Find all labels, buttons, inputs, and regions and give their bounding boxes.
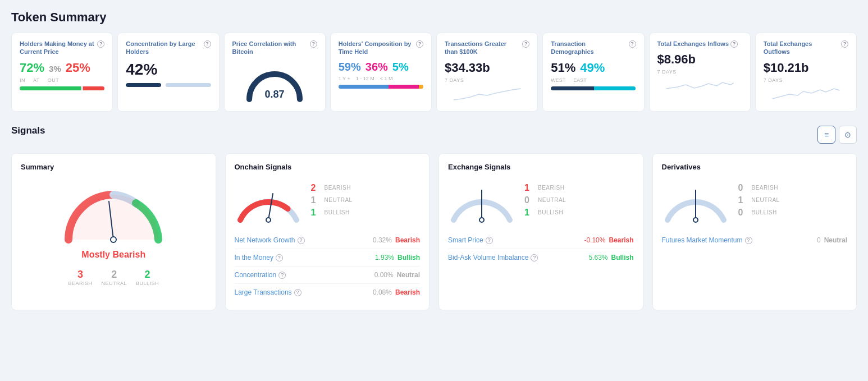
exchange-bearish-num: 1: [524, 183, 534, 193]
svg-point-3: [266, 218, 271, 222]
signal-row-smart-price: Smart Price ? -0.10% Bearish: [448, 232, 634, 249]
signal-val-large-transactions: 0.08% Bearish: [373, 288, 420, 296]
help-icon-1[interactable]: ?: [97, 40, 104, 48]
help-icon-5[interactable]: ?: [522, 40, 529, 48]
card-title-holders-composition: Holders' Composition by Time Held ?: [339, 40, 423, 56]
inflows-sparkline: [657, 75, 742, 94]
demographics-bar: [551, 86, 636, 90]
card-transactions-100k: Transactions Greater than $100K ? $34.33…: [436, 33, 538, 112]
signal-pct-concentration: 0.00%: [374, 271, 394, 279]
signal-name-bid-ask[interactable]: Bid-Ask Volume Imbalance ?: [448, 254, 538, 261]
help-icon-8[interactable]: ?: [841, 40, 848, 48]
signal-pct-smart-price: -0.10%: [584, 236, 605, 244]
signal-pct-in-the-money: 1.93%: [375, 254, 394, 261]
onchain-bearish-lbl: BEARISH: [325, 185, 351, 191]
onchain-bullish-lbl: BULLISH: [325, 209, 350, 215]
comp-v1: 59%: [339, 61, 361, 74]
correlation-gauge: 0.87: [232, 61, 317, 104]
help-icon-large-transactions[interactable]: ?: [294, 289, 301, 296]
signal-name-in-the-money[interactable]: In the Money ?: [235, 254, 283, 261]
demographics-labels: WEST EAST: [551, 77, 636, 83]
card-holders-making-money: Holders Making Money at Current Price ? …: [11, 33, 113, 112]
summary-gauge-svg: [57, 178, 170, 245]
help-icon-4[interactable]: ?: [416, 40, 423, 48]
list-view-button[interactable]: ≡: [817, 126, 835, 144]
holders-out-pct: 25%: [66, 61, 90, 75]
help-icon-futures-momentum[interactable]: ?: [745, 237, 752, 244]
card-title-concentration: Concentration by Large Holders ?: [126, 40, 211, 56]
onchain-bearish-num: 2: [311, 183, 321, 193]
help-icon-2[interactable]: ?: [204, 40, 211, 48]
concentration-value: 42%: [126, 61, 211, 79]
summary-title: Summary: [21, 163, 207, 171]
comp-v3: 5%: [392, 61, 409, 74]
derivatives-bearish-num: 0: [738, 183, 748, 193]
top-cards-row: Holders Making Money at Current Price ? …: [11, 33, 857, 112]
signal-name-smart-price[interactable]: Smart Price ?: [448, 236, 493, 244]
onchain-rows: Net Network Growth ? 0.32% Bearish In th…: [235, 232, 421, 301]
summary-counts: 3 BEARISH 2 NEUTRAL 2 BULLISH: [68, 269, 159, 286]
help-icon-3[interactable]: ?: [310, 40, 317, 48]
signal-name-concentration[interactable]: Concentration ?: [235, 271, 286, 279]
signal-status-futures-momentum: Neutral: [824, 236, 847, 244]
label-at: AT: [33, 77, 40, 83]
signal-val-bid-ask: 5.63% Bullish: [588, 254, 633, 261]
card-price-correlation: Price Correlation with Bitcoin ? 0.87: [224, 33, 326, 112]
card-title-demographics: Transaction Demographics ?: [551, 40, 636, 56]
card-inflows: Total Exchanges Inflows ? $8.96b 7 DAYS: [649, 33, 751, 112]
gauge-view-button[interactable]: ⊙: [839, 126, 857, 144]
demo-east: 49%: [580, 61, 605, 75]
signal-pct-bid-ask: 5.63%: [588, 254, 607, 261]
signal-row-concentration: Concentration ? 0.00% Neutral: [235, 267, 421, 284]
card-title-transactions: Transactions Greater than $100K ?: [445, 40, 529, 56]
signal-name-futures-momentum[interactable]: Futures Market Momentum ?: [662, 236, 752, 244]
bar-west: [551, 86, 594, 90]
bearish-count: 3 BEARISH: [68, 269, 92, 286]
signal-val-concentration: 0.00% Neutral: [374, 271, 420, 279]
derivatives-gauge-svg: [662, 178, 729, 223]
neutral-count: 2 NEUTRAL: [101, 269, 127, 286]
signal-row-large-transactions: Large Transactions ? 0.08% Bearish: [235, 284, 421, 301]
help-icon-in-the-money[interactable]: ?: [276, 254, 283, 261]
signals-grid: Summary Mostly Bearish: [11, 153, 857, 310]
signal-name-net-network[interactable]: Net Network Growth ?: [235, 236, 305, 244]
exchange-bullish-lbl: BULLISH: [538, 209, 563, 215]
derivatives-neutral-num: 1: [738, 195, 748, 205]
onchain-bullish-row: 1 BULLISH: [311, 208, 353, 218]
derivatives-rows: Futures Market Momentum ? 0 Neutral: [662, 232, 848, 249]
onchain-neutral-num: 1: [311, 195, 321, 205]
signal-val-smart-price: -0.10% Bearish: [584, 236, 633, 244]
signal-card-exchange: Exchange Signals 1 BEARISH 0 NEUTRAL: [438, 153, 643, 310]
card-concentration: Concentration by Large Holders ? 42%: [117, 33, 219, 112]
help-icon-net-network[interactable]: ?: [298, 237, 305, 244]
summary-gauge-container: Mostly Bearish 3 BEARISH 2 NEUTRAL 2 BUL…: [21, 178, 207, 286]
holders-bar: [20, 86, 104, 90]
signal-pct-futures-momentum: 0: [817, 236, 821, 244]
exchange-rows: Smart Price ? -0.10% Bearish Bid-Ask Vol…: [448, 232, 634, 266]
bar-1y: [339, 85, 389, 89]
help-icon-bid-ask[interactable]: ?: [531, 254, 538, 261]
svg-point-7: [693, 218, 698, 222]
signal-val-in-the-money: 1.93% Bullish: [375, 254, 420, 261]
signal-name-large-transactions[interactable]: Large Transactions ?: [235, 288, 301, 296]
onchain-neutral-lbl: NEUTRAL: [325, 197, 353, 203]
page-title: Token Summary: [11, 10, 857, 25]
derivatives-title: Derivatives: [662, 163, 848, 171]
bar-large-holders: [126, 83, 161, 87]
exchange-top: 1 BEARISH 0 NEUTRAL 1 BULLISH: [448, 178, 634, 223]
exchange-counts: 1 BEARISH 0 NEUTRAL 1 BULLISH: [524, 183, 566, 218]
signals-view-btns: ≡ ⊙: [817, 126, 857, 144]
summary-gauge-label: Mostly Bearish: [81, 250, 145, 260]
onchain-counts: 2 BEARISH 1 NEUTRAL 1 BULLISH: [311, 183, 353, 218]
card-title-holders-making-money: Holders Making Money at Current Price ?: [20, 40, 104, 56]
help-icon-smart-price[interactable]: ?: [486, 237, 493, 244]
composition-labels: 1 Y + 1 - 12 M < 1 M: [339, 76, 423, 81]
onchain-title: Onchain Signals: [235, 163, 421, 171]
signal-row-bid-ask: Bid-Ask Volume Imbalance ? 5.63% Bullish: [448, 249, 634, 266]
outflows-value: $10.21b: [764, 61, 848, 75]
help-icon-7[interactable]: ?: [730, 40, 738, 48]
help-icon-concentration[interactable]: ?: [278, 272, 286, 279]
signal-status-concentration: Neutral: [397, 271, 420, 279]
exchange-neutral-num: 0: [524, 195, 534, 205]
help-icon-6[interactable]: ?: [629, 40, 636, 48]
